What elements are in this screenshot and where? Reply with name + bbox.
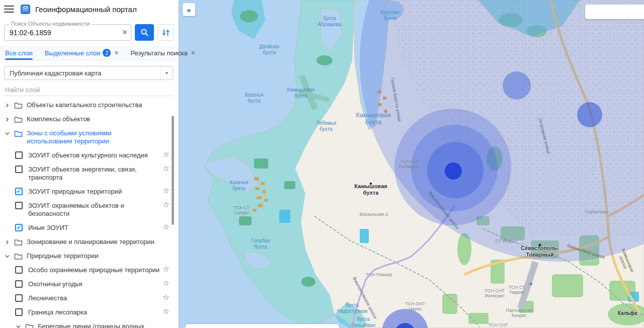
star-icon[interactable]: ☆ xyxy=(163,223,170,231)
layer-checkbox[interactable]: ✓ xyxy=(15,188,23,195)
layer-label: Охотничьи угодья xyxy=(28,280,82,288)
folder-label: Комплексы объектов xyxy=(27,115,90,123)
tree-folder-Зоны с особыми услов[interactable]: Зоны с особыми условиями использования т… xyxy=(0,126,178,148)
layer-checkbox[interactable] xyxy=(15,151,23,159)
layer-label: Иные ЗОУИТ xyxy=(28,224,68,232)
filter-button[interactable] xyxy=(157,24,174,41)
folder-icon xyxy=(14,253,23,260)
tab-bar: Все слоиВыделенные слои2×Результаты поис… xyxy=(0,46,178,60)
layer-label: Особо охраняемые природные территории xyxy=(28,266,159,274)
star-icon[interactable]: ☆ xyxy=(163,150,170,158)
tab-badge: 2 xyxy=(103,49,111,57)
page-title: Геоинформационный портал xyxy=(35,5,137,14)
layer-label: ЗОУИТ охраняемых объектов и безопасности xyxy=(28,202,160,218)
star-icon[interactable]: ☆ xyxy=(163,307,170,315)
star-icon[interactable]: ☆ xyxy=(163,187,170,195)
tab-close-icon[interactable]: × xyxy=(114,49,118,57)
basemap-select[interactable]: Публичная кадастровая карта ▼ xyxy=(4,66,173,80)
folder-label: Объекты капитального строительства xyxy=(27,101,142,109)
folder-label: Зоны с особыми условиями использования т… xyxy=(27,129,158,145)
tree-layer-ЗОУИТ объектов энерг[interactable]: ЗОУИТ объектов энергетики, связи, трансп… xyxy=(0,162,178,185)
layer-checkbox[interactable] xyxy=(15,202,23,209)
chevron-right-icon[interactable] xyxy=(4,116,11,123)
map-canvas[interactable]: бухта АбрамоваКруглая бухтаДвойная бухта… xyxy=(179,0,644,328)
layer-checkbox[interactable] xyxy=(15,280,23,288)
layer-tree: Объекты капитального строительства Компл… xyxy=(0,98,178,328)
folder-icon xyxy=(14,116,23,123)
layer-checkbox[interactable]: ✓ xyxy=(15,224,23,231)
search-button[interactable] xyxy=(135,24,154,41)
tune-icon xyxy=(162,29,170,37)
tree-layer-Иные ЗОУИТ[interactable]: ✓Иные ЗОУИТ☆ xyxy=(0,221,178,235)
folder-label: Зонирование и планирование территории xyxy=(27,238,154,246)
search-field-label: Поиск Объекты недвижимости xyxy=(9,21,92,27)
tree-layer-ЗОУИТ охраняемых объ[interactable]: ЗОУИТ охраняемых объектов и безопасности… xyxy=(0,199,178,221)
tab-0[interactable]: Все слои xyxy=(5,46,33,60)
search-row: Поиск Объекты недвижимости × xyxy=(4,24,174,41)
menu-icon[interactable] xyxy=(4,6,14,13)
star-icon[interactable]: ☆ xyxy=(163,293,170,301)
folder-icon xyxy=(14,238,23,246)
zouit-zone-circle xyxy=(503,71,531,100)
search-icon xyxy=(140,28,149,37)
tree-folder-Природные территории[interactable]: Природные территории xyxy=(0,249,178,263)
tree-folder-Комплексы объектов[interactable]: Комплексы объектов xyxy=(0,112,178,126)
find-layer-input[interactable] xyxy=(4,84,175,96)
layer-label: ЗОУИТ природных территорий xyxy=(28,188,122,196)
layer-checkbox[interactable] xyxy=(15,294,23,302)
star-icon[interactable]: ☆ xyxy=(163,279,170,287)
tree-folder-Береговые линии (гра[interactable]: Береговые линии (границы водных объектов… xyxy=(0,319,178,328)
map-toolbar-panel[interactable] xyxy=(585,5,644,19)
tree-scrollbar[interactable] xyxy=(172,116,174,225)
chevron-down-icon[interactable] xyxy=(4,130,11,137)
chevron-right-icon[interactable] xyxy=(4,239,11,245)
zouit-zone-circle xyxy=(445,162,462,180)
layer-label: Граница лесопарка xyxy=(28,308,87,316)
tree-layer-Охотничьи угодья[interactable]: Охотничьи угодья☆ xyxy=(0,277,178,291)
map-bottom-panel[interactable] xyxy=(185,324,339,328)
search-field[interactable]: Поиск Объекты недвижимости × xyxy=(4,24,131,41)
tab-label: Результаты поиска xyxy=(130,49,187,57)
star-icon[interactable]: ☆ xyxy=(163,165,170,173)
layers-sidebar: Геоинформационный портал Поиск Объекты н… xyxy=(0,0,179,328)
chevron-down-icon[interactable] xyxy=(15,323,22,328)
folder-icon xyxy=(25,323,34,328)
tree-layer-ЗОУИТ природных терр[interactable]: ✓ЗОУИТ природных территорий☆ xyxy=(0,185,178,199)
chevron-down-icon[interactable] xyxy=(4,253,11,260)
tree-layer-Граница лесопарка[interactable]: Граница лесопарка☆ xyxy=(0,305,178,319)
star-icon[interactable]: ☆ xyxy=(163,265,170,273)
tree-folder-Объекты капитального[interactable]: Объекты капитального строительства xyxy=(0,98,178,112)
tree-layer-Лесничества[interactable]: Лесничества☆ xyxy=(0,291,178,305)
folder-label: Береговые линии (границы водных объектов… xyxy=(38,322,161,328)
layer-label: Лесничества xyxy=(28,294,67,302)
chevron-down-icon[interactable]: ▼ xyxy=(160,66,173,79)
tab-2[interactable]: Результаты поиска× xyxy=(130,46,195,60)
tree-folder-Зонирование и планир[interactable]: Зонирование и планирование территории xyxy=(0,235,178,249)
star-icon[interactable]: ☆ xyxy=(163,201,170,209)
collapse-sidebar-button[interactable]: « xyxy=(183,3,195,16)
folder-label: Природные территории xyxy=(27,252,99,260)
tab-label: Все слои xyxy=(5,49,33,57)
zouit-zone-circle xyxy=(577,102,602,127)
tab-label: Выделенные слои xyxy=(45,49,100,57)
app-header: Геоинформационный портал xyxy=(0,0,178,18)
search-input[interactable] xyxy=(5,29,119,37)
folder-icon xyxy=(14,130,23,137)
tab-1[interactable]: Выделенные слои2× xyxy=(45,46,119,60)
layer-label: ЗОУИТ объектов культурного наследия xyxy=(28,151,148,159)
folder-icon xyxy=(14,102,23,109)
tree-layer-ЗОУИТ объектов культ[interactable]: ЗОУИТ объектов культурного наследия☆ xyxy=(0,148,178,162)
layer-checkbox[interactable] xyxy=(15,266,23,274)
clear-icon[interactable]: × xyxy=(119,25,131,40)
layer-checkbox[interactable] xyxy=(15,308,23,316)
tree-layer-Особо охраняемые при[interactable]: Особо охраняемые природные территории☆ xyxy=(0,263,178,277)
layer-checkbox[interactable] xyxy=(15,166,23,173)
tab-close-icon[interactable]: × xyxy=(191,49,195,57)
logo-icon xyxy=(20,4,31,15)
layer-label: ЗОУИТ объектов энергетики, связи, трансп… xyxy=(28,166,160,182)
basemap-select-value: Публичная кадастровая карта xyxy=(5,69,160,77)
chevron-right-icon[interactable] xyxy=(4,102,11,109)
map-base-layers xyxy=(179,0,644,328)
